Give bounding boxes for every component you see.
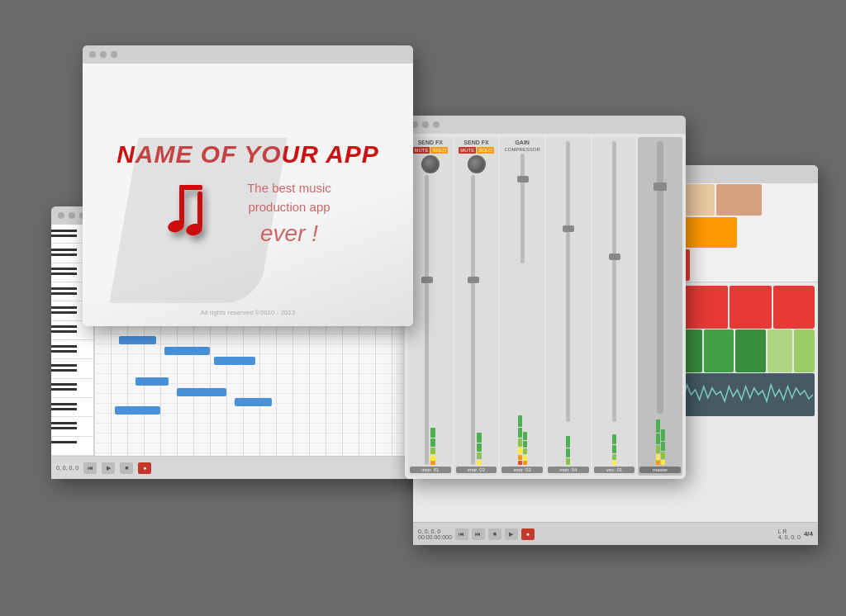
ch5-fader-area	[594, 141, 635, 422]
ch5-meter	[612, 424, 616, 465]
copyright-text: All rights reserved ©2010 - 2013	[201, 309, 296, 316]
piano-note	[164, 347, 210, 355]
piano-note	[235, 398, 272, 406]
ch1-mute-btn[interactable]: MUTE	[412, 147, 430, 154]
ch2-mute-btn[interactable]: MUTE	[459, 147, 476, 154]
svg-rect-2	[197, 192, 202, 228]
daw-time-sig: 4/4	[804, 530, 813, 538]
daw-lr-display: L R4, 0, 0, 0	[778, 528, 801, 540]
mixer-dot-3	[433, 121, 440, 128]
ch5-name: voc. 01	[594, 467, 635, 473]
window-dot-1	[58, 212, 64, 219]
music-note-svg	[164, 177, 231, 251]
daw-rewind-btn[interactable]: ⏮	[455, 528, 468, 540]
play-btn[interactable]: ▶	[102, 462, 115, 474]
ch3-fader-area	[501, 154, 543, 263]
piano-note	[177, 388, 226, 396]
splash-dot-2	[100, 51, 107, 58]
rewind-btn[interactable]: ⏮	[83, 462, 97, 474]
splash-window: NAME OF YOUR APP	[83, 45, 413, 326]
piano-note	[214, 357, 255, 365]
ch1-fader-area	[410, 175, 451, 465]
ch1-name: instr. 01	[410, 467, 451, 473]
piano-note	[115, 406, 160, 415]
ch2-name: instr. 02	[456, 467, 497, 473]
ch2-solo-btn[interactable]: SOLO	[477, 147, 494, 154]
tagline-text: The best music production app ever !	[247, 179, 331, 251]
mixer-channel-3: GAIN COMPRESSOR	[500, 137, 544, 476]
stop-btn[interactable]: ■	[120, 462, 133, 474]
ch1-solo-btn[interactable]: SOLO	[430, 147, 448, 154]
piano-note	[119, 336, 156, 344]
splash-dot-3	[111, 51, 117, 58]
window-dot-2	[69, 212, 75, 219]
mixer-titlebar	[405, 116, 686, 134]
mixer-master-channel: master	[638, 137, 682, 476]
svg-rect-0	[179, 185, 184, 225]
ch4-name: instr. 04	[548, 467, 589, 473]
ch1-mute-solo: MUTE SOLO	[412, 147, 448, 154]
ch1-knob[interactable]	[421, 155, 440, 173]
ch1-label: SEND FX	[418, 140, 443, 145]
ch3-meter	[518, 265, 527, 465]
master-meter	[656, 415, 665, 465]
ch4-fader-area	[548, 141, 589, 422]
master-name: master	[639, 467, 681, 473]
daw-fastforward-btn[interactable]: ⏭	[472, 528, 485, 540]
daw-position-display: 0, 0, 0, 000:00:00:000	[418, 528, 452, 540]
compressor-label: COMPRESSOR	[505, 147, 540, 152]
ch2-fader-area	[456, 175, 497, 465]
splash-titlebar	[83, 45, 413, 64]
position-display: 0, 0, 0, 0	[56, 465, 78, 471]
ch3-label: GAIN	[515, 140, 530, 145]
mixer-channel-2: SEND FX MUTE SOLO	[454, 137, 499, 476]
ch3-name: instr. 03	[501, 467, 543, 473]
mixer-window: SEND FX MUTE SOLO	[405, 116, 686, 479]
music-note-icon	[164, 177, 231, 254]
splash-dot-1	[89, 51, 96, 58]
mixer-channel-1: SEND FX MUTE SOLO	[408, 137, 453, 476]
daw-stop-btn[interactable]: ■	[488, 528, 501, 540]
mixer-channel-5: voc. 01	[592, 137, 637, 476]
daw-footer: 0, 0, 0, 000:00:00:000 ⏮ ⏭ ■ ▶ ● L R4, 0…	[413, 522, 818, 545]
record-btn[interactable]: ●	[138, 462, 151, 474]
mixer-channel-4: instr. 04	[546, 137, 591, 476]
piano-footer: 0, 0, 0, 0 ⏮ ▶ ■ ● L R 4/4	[51, 456, 440, 479]
daw-play-btn[interactable]: ▶	[505, 528, 518, 540]
mixer-channels: SEND FX MUTE SOLO	[405, 134, 686, 479]
ch2-knob[interactable]	[468, 155, 486, 173]
ch2-mute-solo: MUTE SOLO	[459, 147, 494, 154]
ch4-meter	[566, 424, 570, 465]
splash-body: NAME OF YOUR APP	[83, 64, 413, 326]
ch2-label: SEND FX	[463, 140, 488, 145]
daw-record-btn[interactable]: ●	[521, 528, 535, 540]
piano-note	[135, 377, 169, 386]
svg-rect-4	[179, 185, 202, 190]
master-fader-area	[639, 141, 681, 414]
mixer-dot-2	[422, 121, 429, 128]
mixer-body: SEND FX MUTE SOLO	[405, 134, 686, 479]
